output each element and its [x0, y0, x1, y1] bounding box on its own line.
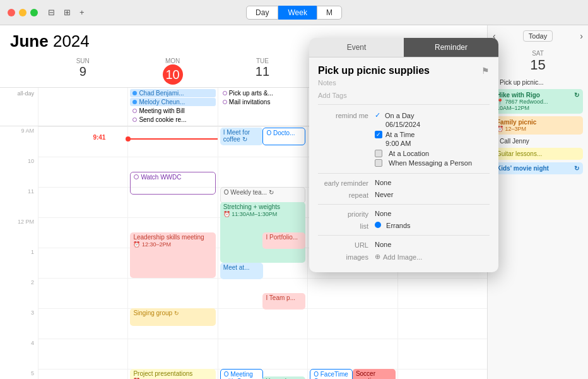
add-icon[interactable]: +: [79, 8, 85, 17]
event-dot: [132, 117, 137, 122]
event-meet-at[interactable]: Meet at...: [220, 263, 263, 279]
right-event-call-jenny[interactable]: Call Jenny: [493, 137, 583, 145]
day-header-sun[interactable]: SUN 9: [38, 55, 127, 87]
repeat-value[interactable]: Never: [375, 191, 490, 198]
popup-row-images: images ⊕ Add Image...: [318, 253, 490, 261]
allday-cell-sun: [38, 88, 127, 126]
maximize-button[interactable]: [30, 9, 38, 16]
add-tags-label[interactable]: Add Tags: [318, 92, 347, 99]
on-a-day-label[interactable]: On a Day: [385, 112, 414, 119]
mini-nav: ‹ Today ›: [493, 30, 583, 42]
early-reminder-label: early reminder: [318, 179, 375, 187]
at-a-time-label[interactable]: At a Time: [385, 131, 415, 138]
view-switcher: Day Week M: [246, 6, 342, 20]
checkmark-icon: ✓: [375, 111, 380, 119]
right-event-kids-movie[interactable]: Kids' movie night ↻: [493, 162, 583, 174]
event-facetime[interactable]: O FaceTime Gr... ↻: [310, 369, 353, 379]
event-soccer[interactable]: Soccer practice: [353, 369, 396, 379]
allday-event-meeting-bill[interactable]: Meeting with Bill: [130, 107, 215, 115]
on-a-day-date: 06/15/2024: [375, 121, 490, 128]
event-portfolio[interactable]: I Portfolio...: [262, 232, 305, 249]
event-doctor[interactable]: O Docto...: [262, 128, 305, 145]
day-col-tue[interactable]: I Meet for coffee ↻ O Docto... O Weekly …: [218, 126, 307, 379]
day-header-tue[interactable]: TUE 11: [218, 55, 307, 87]
event-leadership[interactable]: Leadership skills meeting⏰ 12:30–2PM: [130, 232, 215, 278]
popup-tabs: Event Reminder: [309, 38, 498, 57]
current-time-line: [128, 138, 217, 140]
list-label: list: [318, 222, 375, 230]
event-meeting-g[interactable]: O Meeting with G...: [220, 369, 263, 379]
day-header-mon[interactable]: MON 10: [127, 55, 217, 87]
week-view-button[interactable]: Week: [278, 6, 316, 20]
minimize-button[interactable]: [19, 9, 26, 16]
event-watch-wwdc[interactable]: Watch WWDC: [130, 172, 215, 195]
event-dot: [132, 100, 137, 104]
right-event-hike[interactable]: Hike with Rigo ↻ 📍 7867 Redwood... 10AM–…: [493, 89, 583, 114]
sidebar-toggle-icon[interactable]: ⊟: [48, 8, 55, 17]
repeat-label: repeat: [318, 191, 375, 199]
add-image-button[interactable]: ⊕ Add Image...: [375, 253, 490, 261]
right-event-family-picnic[interactable]: Family picnic ⏰ 12–3PM: [493, 116, 583, 135]
event-dot: [132, 91, 137, 95]
event-dot: [132, 109, 137, 113]
list-dot: [375, 222, 381, 228]
allday-cell-tue: Pick up arts &... Mail invitations: [218, 88, 307, 126]
event-meet-coffee[interactable]: I Meet for coffee ↻: [220, 128, 263, 145]
divider2: [318, 204, 490, 205]
at-a-time-checkbox[interactable]: ✓: [375, 131, 382, 138]
list-value[interactable]: Errands: [375, 222, 490, 229]
traffic-lights: [8, 9, 38, 16]
allday-event-send-cookie[interactable]: Send cookie re...: [130, 116, 215, 124]
day-col-mon[interactable]: 9:41 Watch WWDC Leadership skills meetin…: [127, 126, 217, 379]
event-singing-group[interactable]: Singing group ↻: [130, 308, 215, 326]
day-view-button[interactable]: Day: [246, 6, 278, 20]
event-dot: [134, 174, 139, 179]
when-messaging-label[interactable]: When Messaging a Person: [389, 159, 472, 167]
allday-event-pickup-arts[interactable]: Pick up arts &...: [220, 89, 305, 97]
popup-flag-icon[interactable]: ⚑: [481, 66, 490, 76]
day-col-sun[interactable]: [38, 126, 127, 379]
allday-cell-mon: Chad Benjami... Melody Cheun... Meeting …: [127, 88, 217, 126]
at-a-location-checkbox[interactable]: [375, 150, 382, 157]
images-content: ⊕ Add Image...: [375, 253, 490, 261]
allday-event-chad[interactable]: Chad Benjami...: [130, 89, 215, 97]
event-yoga[interactable]: Yoga class📍 Golden Gate Park5:15–6:45PM: [262, 376, 305, 379]
tab-event[interactable]: Event: [309, 38, 404, 57]
allday-event-mail-invitations[interactable]: Mail invitations: [220, 98, 305, 106]
url-label: URL: [318, 241, 375, 249]
mini-today-button[interactable]: Today: [523, 30, 553, 42]
popup-row-priority: priority None: [318, 210, 490, 218]
event-team-p[interactable]: I Team p...: [262, 293, 305, 310]
priority-value[interactable]: None: [375, 210, 490, 217]
reminder-popup[interactable]: Event Reminder Pick up picnic supplies ⚑…: [309, 38, 498, 272]
tab-reminder[interactable]: Reminder: [404, 38, 498, 57]
close-button[interactable]: [8, 9, 15, 16]
popup-row-repeat: repeat Never: [318, 191, 490, 199]
popup-row-list: list Errands: [318, 222, 490, 230]
titlebar: ⊟ ⊞ + Day Week M: [0, 0, 588, 25]
event-project-presentations[interactable]: Project presentations⏰ 5–7PM: [130, 369, 215, 379]
main-content: June 2024 SUN 9 MON 10 TUE 11 WED: [0, 25, 588, 379]
event-weekly-tea[interactable]: O Weekly tea... ↻: [220, 187, 305, 203]
allday-event-melody[interactable]: Melody Cheun...: [130, 98, 215, 106]
divider3: [318, 235, 490, 236]
month-view-button[interactable]: M: [317, 6, 342, 20]
images-label: images: [318, 253, 375, 261]
on-a-day-checkbox-row: ✓ On a Day: [375, 111, 490, 119]
inbox-icon[interactable]: ⊞: [64, 8, 71, 17]
url-value[interactable]: None: [375, 241, 490, 248]
year: 2024: [53, 32, 90, 51]
popup-row-remind: remind me ✓ On a Day 06/15/2024 ✓ At a T…: [318, 111, 490, 168]
at-a-location-label[interactable]: At a Location: [389, 150, 429, 157]
right-event-pickup-picnic[interactable]: Pick up picnic...: [493, 78, 583, 87]
when-messaging-checkbox-row: When Messaging a Person: [375, 159, 490, 167]
right-event-guitar[interactable]: Guitar lessons...: [493, 148, 583, 160]
mini-next-button[interactable]: ›: [580, 31, 583, 41]
priority-label: priority: [318, 210, 375, 218]
popup-notes[interactable]: Notes: [318, 79, 490, 87]
popup-body: Pick up picnic supplies ⚑ Notes Add Tags…: [309, 57, 498, 272]
current-time-label: 9:41: [93, 134, 105, 141]
when-messaging-checkbox[interactable]: [375, 159, 382, 167]
right-events: Pick up picnic... Hike with Rigo ↻ 📍 786…: [493, 78, 583, 177]
early-reminder-value[interactable]: None: [375, 179, 490, 186]
